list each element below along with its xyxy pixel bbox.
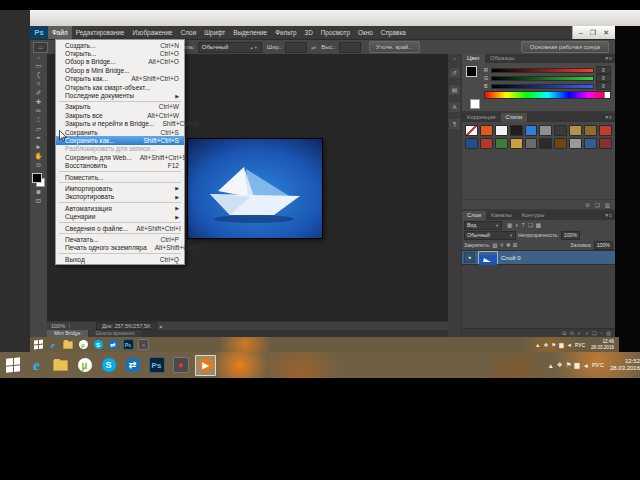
menubar-item-7[interactable]: Фильтр — [271, 26, 300, 39]
document-canvas[interactable] — [188, 139, 322, 238]
file-menu-item[interactable]: Обзор в Bridge...Alt+Ctrl+O — [56, 58, 184, 66]
menubar-item-8[interactable]: 3D — [301, 26, 317, 39]
filter-type-icon[interactable]: T — [522, 222, 525, 228]
menubar-item-1[interactable]: Файл — [48, 26, 72, 39]
volume-tray-icon[interactable]: ◄ — [583, 362, 589, 369]
foreground-color-swatch[interactable] — [466, 66, 477, 77]
file-menu-item[interactable]: Сохранить как...Shift+Ctrl+S — [56, 136, 184, 144]
show-hidden-tray-icon[interactable]: ▲ — [547, 362, 553, 369]
style-swatch[interactable] — [599, 138, 612, 149]
skype-taskbar-icon[interactable]: S — [92, 339, 104, 351]
taskbar-clock[interactable]: 12:4628.03.2016 — [591, 339, 614, 350]
tab-layers[interactable]: Слои — [462, 211, 486, 220]
tool-preset-icon[interactable]: ▭ — [33, 42, 48, 53]
eraser-tool[interactable]: ▱ — [31, 124, 46, 133]
file-menu-item[interactable]: Сохранить для Web...Alt+Shift+Ctrl+S — [56, 153, 184, 161]
lock-transparency-icon[interactable]: ▨ — [492, 242, 497, 248]
tab-styles[interactable]: Стили — [501, 113, 528, 122]
blend-mode-select[interactable]: Обычный ▼ — [464, 231, 516, 240]
start-taskbar-icon[interactable] — [3, 356, 22, 375]
screen-recorder-taskbar-icon[interactable]: ● — [137, 339, 149, 351]
style-swatch[interactable] — [569, 138, 582, 149]
style-swatch[interactable] — [539, 138, 552, 149]
file-menu-item[interactable]: Разблокировать для записи... — [56, 145, 184, 153]
file-menu-item[interactable]: Поместить... — [56, 173, 184, 181]
style-swatch[interactable] — [510, 125, 523, 136]
tab-timeline[interactable]: Шкала времени — [89, 330, 142, 337]
file-menu-item[interactable]: Открыть как смарт-объект... — [56, 83, 184, 91]
filter-shape-icon[interactable]: ❏ — [528, 222, 533, 228]
channel-value[interactable]: 0 — [596, 82, 611, 90]
file-menu-item[interactable]: СохранитьCtrl+S — [56, 128, 184, 136]
tab-paths[interactable]: Контуры — [517, 211, 550, 220]
style-swatch[interactable] — [495, 125, 508, 136]
style-swatch[interactable] — [554, 138, 567, 149]
tab-swatches[interactable]: Образцы — [485, 54, 519, 63]
new-layer-icon[interactable]: ▫ — [600, 330, 602, 336]
file-menu-item[interactable]: Открыть...Ctrl+O — [56, 49, 184, 57]
file-menu-item[interactable]: Последние документы▶ — [56, 91, 184, 99]
file-menu-item[interactable]: ВосстановитьF12 — [56, 161, 184, 169]
language-indicator[interactable]: РУС — [575, 342, 585, 348]
internet-explorer-taskbar-icon[interactable]: e — [47, 339, 59, 351]
rectangular-marquee-tool[interactable]: ▭ — [31, 61, 46, 70]
eyedropper-tool[interactable]: ✐ — [31, 88, 46, 97]
clone-stamp-tool[interactable]: ⌶ — [31, 115, 46, 124]
layer-filter-select[interactable]: Вид ▼ — [464, 221, 502, 230]
file-menu-item[interactable]: Сведения о файле...Alt+Shift+Ctrl+I — [56, 224, 184, 232]
restore-button[interactable]: ❐ — [590, 26, 596, 39]
zoom-level[interactable]: 100% — [47, 323, 70, 329]
pen-tool[interactable]: ✒ — [31, 133, 46, 142]
file-menu-item[interactable]: ЗакрытьCtrl+W — [56, 103, 184, 111]
filter-pixel-icon[interactable]: ▦ — [507, 222, 512, 228]
network-tray-icon[interactable]: ▆ — [575, 361, 580, 369]
r-slider[interactable] — [491, 68, 594, 73]
color-spectrum-ramp[interactable] — [484, 91, 611, 99]
style-swatch[interactable] — [465, 125, 478, 136]
file-menu-item[interactable]: Обзор в Mini Bridge... — [56, 66, 184, 74]
lasso-tool[interactable]: ζ — [31, 70, 46, 79]
style-swatch[interactable] — [525, 125, 538, 136]
file-menu-item[interactable]: ВыходCtrl+Q — [56, 255, 184, 263]
menubar-item-3[interactable]: Изображение — [128, 26, 176, 39]
close-button[interactable]: ✕ — [603, 26, 609, 39]
expand-panels-icon[interactable]: » — [453, 55, 456, 62]
layer-fx-icon[interactable]: fx — [570, 330, 574, 336]
style-swatch[interactable] — [584, 125, 597, 136]
style-swatch[interactable] — [465, 138, 478, 149]
layer-visibility-eye-icon[interactable]: ● — [464, 252, 475, 263]
language-indicator[interactable]: РУС — [592, 362, 604, 368]
refine-edge-button[interactable]: Уточн. край... — [369, 41, 420, 53]
internet-explorer-taskbar-icon[interactable]: e — [27, 356, 46, 375]
file-menu-item[interactable]: Открыть как...Alt+Shift+Ctrl+O — [56, 75, 184, 83]
show-hidden-tray-icon[interactable]: ▲ — [535, 342, 540, 348]
minimize-button[interactable]: – — [579, 26, 583, 39]
collapse-tools-icon[interactable]: » — [37, 54, 40, 61]
background-color-swatch[interactable] — [470, 99, 480, 109]
style-swatch[interactable] — [599, 125, 612, 136]
style-select[interactable]: Обычный ▲▼ — [198, 42, 262, 53]
layer-mask-icon[interactable]: ◐ — [578, 330, 581, 336]
fg-bg-swatches[interactable] — [466, 66, 480, 109]
history-panel-icon[interactable]: ↺ — [448, 67, 461, 79]
taskbar-clock[interactable]: 12:5228.03.2016 — [610, 358, 640, 372]
filter-smart-icon[interactable]: ▩ — [536, 222, 541, 228]
panel-menu-icon[interactable]: ▼≡ — [604, 211, 615, 220]
menubar-item-9[interactable]: Просмотр — [317, 26, 354, 39]
file-menu-item[interactable]: Закрыть и перейти в Bridge...Shift+Ctrl+… — [56, 120, 184, 128]
menubar-item-10[interactable]: Окно — [354, 26, 377, 39]
width-input[interactable] — [285, 42, 307, 53]
file-menu-item[interactable]: Сценарии▶ — [56, 212, 184, 220]
photoshop-taskbar-icon[interactable]: Ps — [122, 339, 134, 351]
g-slider[interactable] — [491, 76, 594, 81]
file-menu-item[interactable]: Импортировать▶ — [56, 184, 184, 192]
style-swatch[interactable] — [569, 125, 582, 136]
flag-tray-icon[interactable]: ⚑ — [566, 361, 572, 369]
delete-layer-icon[interactable]: ▥ — [606, 330, 611, 336]
delete-style-icon[interactable]: ▥ — [605, 202, 610, 208]
style-swatch[interactable] — [539, 125, 552, 136]
style-swatch[interactable] — [584, 138, 597, 149]
tab-mini-bridge[interactable]: Mini Bridge — [47, 330, 88, 337]
menubar-item-6[interactable]: Выделение — [229, 26, 271, 39]
lock-all-icon[interactable]: ⊠ — [513, 242, 518, 248]
